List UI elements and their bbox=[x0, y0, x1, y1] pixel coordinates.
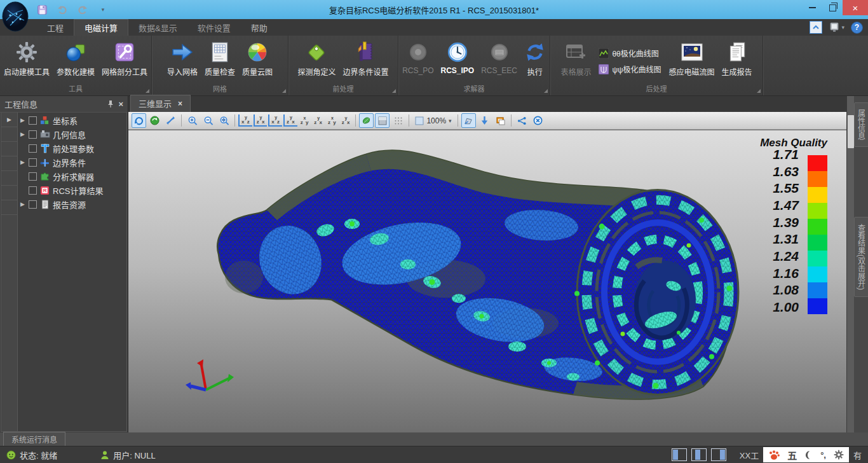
tree-item-geometry-info[interactable]: ▶ 几何信息 bbox=[18, 127, 126, 141]
gutter-cell[interactable] bbox=[1, 142, 17, 156]
zoom-extents-button[interactable] bbox=[217, 113, 231, 128]
tab-project[interactable]: 工程 bbox=[37, 19, 74, 36]
boundary-condition-button[interactable]: 边界条件设置 bbox=[340, 38, 392, 85]
sync-view-button[interactable] bbox=[147, 113, 162, 128]
minimize-button[interactable] bbox=[802, 0, 822, 15]
view-orientation-button-2[interactable]: yz x bbox=[254, 114, 268, 127]
view-orientation-button-1[interactable]: yx z bbox=[238, 114, 252, 127]
probe-angle-button[interactable]: 探测角定义 bbox=[294, 38, 339, 85]
view-orientation-button-5[interactable]: xz y bbox=[299, 115, 311, 126]
tab-system-messages[interactable]: 系统运行消息 bbox=[3, 432, 65, 446]
tab-help[interactable]: 帮助 bbox=[241, 19, 278, 36]
zoom-out-button[interactable] bbox=[201, 113, 215, 128]
table-display-button[interactable]: 表格展示 bbox=[557, 38, 594, 85]
execute-button[interactable]: 执行 bbox=[521, 38, 549, 85]
wireframe-grid-button[interactable] bbox=[391, 113, 405, 128]
capture-window-button[interactable] bbox=[493, 113, 508, 128]
parametric-modeling-button[interactable]: 参数化建模 bbox=[53, 38, 98, 85]
solver-rcs-po-button[interactable]: RCS_PO bbox=[399, 38, 437, 85]
pin-icon[interactable] bbox=[107, 100, 114, 108]
tree-item-coordinate-system[interactable]: ▶ 坐标系 bbox=[18, 113, 126, 127]
checkbox[interactable] bbox=[29, 200, 37, 209]
tab-view-results[interactable]: 查看结果(双击展开) bbox=[854, 217, 868, 297]
solver-rcs-ipo-button[interactable]: RCS_IPO bbox=[438, 38, 478, 85]
ime-punctuation-button[interactable]: °, bbox=[820, 450, 826, 460]
view-orientation-button-8[interactable]: yz x bbox=[340, 115, 353, 126]
view-orientation-button-4[interactable]: yz x bbox=[283, 114, 297, 127]
checkbox[interactable] bbox=[29, 144, 37, 153]
tab-settings[interactable]: 软件设置 bbox=[187, 19, 241, 36]
layout-middle-button[interactable] bbox=[691, 448, 707, 461]
view-orientation-button-7[interactable]: xz y bbox=[326, 115, 339, 126]
gutter-cell[interactable] bbox=[1, 127, 17, 142]
tree-item-analysis-solver[interactable]: 分析求解器 bbox=[18, 169, 126, 183]
psi-polarization-button[interactable]: ψψ极化曲线图 bbox=[599, 64, 661, 74]
view-orientation-button-3[interactable]: yx z bbox=[268, 114, 282, 127]
checkbox[interactable] bbox=[29, 158, 37, 167]
tab-close-icon[interactable]: × bbox=[178, 99, 182, 108]
tab-data-display[interactable]: 数据&显示 bbox=[128, 19, 187, 36]
redo-button[interactable] bbox=[76, 3, 89, 16]
tree-item-boundary-conditions[interactable]: ▶ 边界条件 bbox=[18, 155, 126, 169]
expander-icon[interactable]: ▶ bbox=[19, 201, 26, 207]
zoom-in-button[interactable] bbox=[185, 113, 200, 128]
expander-icon[interactable]: ▶ bbox=[19, 131, 26, 137]
panel-close-icon[interactable]: × bbox=[118, 99, 123, 109]
display-device-button[interactable]: ▾ bbox=[829, 22, 844, 32]
ime-paw-icon[interactable] bbox=[768, 450, 780, 460]
vertical-scrollbar[interactable] bbox=[846, 96, 854, 432]
checkbox[interactable] bbox=[29, 186, 37, 195]
ime-moon-icon[interactable] bbox=[804, 450, 813, 460]
induced-current-map-button[interactable]: 感应电磁流图 bbox=[666, 38, 718, 85]
launch-modeling-tool-button[interactable]: 启动建模工具 bbox=[1, 38, 53, 85]
theta-polarization-button[interactable]: θθ极化曲线图 bbox=[599, 48, 661, 59]
shaded-view-button[interactable] bbox=[375, 113, 390, 128]
view-orientation-button-6[interactable]: yz x bbox=[312, 115, 325, 126]
gutter-cell[interactable] bbox=[1, 156, 17, 171]
quality-check-button[interactable]: 质量检查 bbox=[201, 38, 238, 85]
tree-item-rcs-results[interactable]: R RCS计算结果 bbox=[18, 183, 126, 197]
expander-icon[interactable]: ▶ bbox=[19, 159, 26, 165]
pan-view-button[interactable] bbox=[163, 113, 178, 128]
tab-em-compute[interactable]: 电磁计算 bbox=[74, 19, 128, 36]
ime-settings-gear-icon[interactable] bbox=[834, 450, 844, 460]
select-region-button[interactable] bbox=[461, 113, 476, 128]
zoom-level-dropdown[interactable]: 100% ▾ bbox=[412, 116, 454, 125]
download-view-button[interactable] bbox=[477, 113, 492, 128]
quality-cloud-button[interactable]: 质量云图 bbox=[239, 38, 276, 85]
scrollbar-thumb[interactable] bbox=[848, 115, 854, 148]
generate-report-button[interactable]: 生成报告 bbox=[719, 38, 756, 85]
close-button[interactable]: × bbox=[843, 0, 868, 15]
viewport-3d[interactable]: Mesh Quality 1.711.63 1.551.47 1.391.31 … bbox=[128, 130, 846, 432]
gutter-cell[interactable]: ▶ bbox=[1, 113, 17, 127]
mesh-partition-tool-button[interactable]: 网格剖分工具 bbox=[98, 38, 151, 85]
help-button[interactable]: ? bbox=[851, 22, 863, 34]
collapse-ribbon-button[interactable] bbox=[810, 21, 822, 34]
layout-left-button[interactable] bbox=[672, 448, 687, 461]
gutter-cell[interactable] bbox=[1, 215, 17, 431]
undo-button[interactable] bbox=[56, 3, 69, 16]
gutter-cell[interactable] bbox=[1, 186, 17, 200]
tab-3d-display[interactable]: 三维显示 × bbox=[130, 95, 191, 112]
import-mesh-button[interactable]: 导入网格 bbox=[164, 38, 201, 85]
save-button[interactable] bbox=[36, 3, 48, 16]
app-logo-icon[interactable] bbox=[1, 1, 29, 32]
ime-wubi-button[interactable]: 五 bbox=[787, 448, 797, 462]
gutter-cell[interactable] bbox=[1, 200, 17, 215]
checkbox[interactable] bbox=[29, 130, 37, 139]
gutter-cell[interactable] bbox=[1, 171, 17, 186]
render-leaf-button[interactable] bbox=[359, 113, 374, 128]
tree-item-preprocess-params[interactable]: 前处理参数 bbox=[18, 141, 126, 155]
rotate-view-button[interactable] bbox=[132, 113, 146, 128]
cancel-button[interactable] bbox=[531, 113, 545, 128]
tab-property-info[interactable]: 属性信息 bbox=[854, 102, 868, 147]
qat-dropdown-caret-icon[interactable]: ▾ bbox=[97, 3, 109, 16]
solver-rcs-eec-button[interactable]: RCS_EEC bbox=[478, 38, 520, 85]
checkbox[interactable] bbox=[29, 116, 37, 125]
tree-item-report-resources[interactable]: ▶ 报告资源 bbox=[18, 197, 126, 211]
share-button[interactable] bbox=[515, 113, 529, 128]
checkbox[interactable] bbox=[29, 172, 37, 181]
restore-button[interactable] bbox=[822, 0, 843, 15]
layout-right-button[interactable] bbox=[711, 448, 726, 461]
expander-icon[interactable]: ▶ bbox=[19, 117, 26, 123]
